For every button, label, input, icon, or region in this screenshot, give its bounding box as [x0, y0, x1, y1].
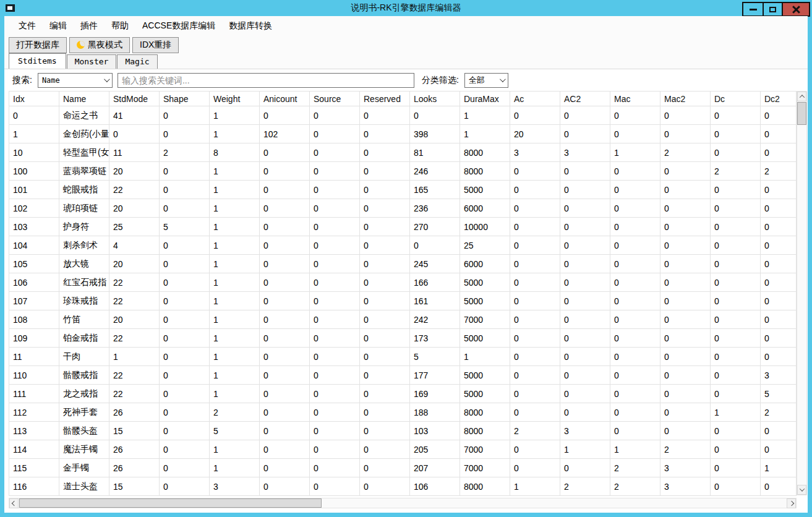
table-cell[interactable]: 0: [510, 236, 560, 255]
scroll-right-button[interactable]: [787, 498, 796, 508]
column-header-shape[interactable]: Shape: [160, 92, 210, 106]
table-cell[interactable]: 魔法手镯: [59, 440, 109, 459]
table-cell[interactable]: 3: [660, 477, 711, 496]
table-cell[interactable]: 道士头盔: [59, 477, 109, 496]
table-cell[interactable]: 红宝石戒指: [59, 273, 109, 292]
table-cell[interactable]: 0: [310, 181, 360, 199]
table-cell[interactable]: 1: [210, 199, 260, 218]
table-cell[interactable]: 20: [510, 125, 560, 143]
table-cell[interactable]: 0: [510, 162, 560, 181]
table-cell[interactable]: 0: [610, 125, 660, 143]
table-cell[interactable]: 0: [761, 181, 797, 199]
table-cell[interactable]: 0: [160, 125, 210, 143]
table-cell[interactable]: 0: [761, 477, 797, 496]
close-button[interactable]: [782, 3, 809, 15]
table-cell[interactable]: 0: [660, 162, 711, 181]
table-cell[interactable]: 1: [210, 218, 260, 236]
table-cell[interactable]: 26: [109, 459, 160, 477]
open-database-button[interactable]: 打开数据库: [9, 37, 67, 53]
table-cell[interactable]: 0: [711, 292, 761, 310]
table-cell[interactable]: 0: [410, 106, 460, 125]
table-cell[interactable]: 0: [711, 310, 761, 329]
table-cell[interactable]: 2: [610, 477, 660, 496]
maximize-button[interactable]: [763, 3, 782, 15]
table-cell[interactable]: 245: [410, 255, 460, 273]
table-cell[interactable]: 0: [310, 310, 360, 329]
table-cell[interactable]: 15: [109, 422, 160, 440]
table-cell[interactable]: 1: [210, 162, 260, 181]
table-cell[interactable]: 0: [660, 310, 711, 329]
table-cell[interactable]: 0: [510, 218, 560, 236]
table-cell[interactable]: 4: [109, 236, 160, 255]
table-cell[interactable]: 0: [310, 273, 360, 292]
table-cell[interactable]: 188: [410, 403, 460, 422]
table-cell[interactable]: 3: [660, 459, 711, 477]
table-cell[interactable]: 2: [761, 162, 797, 181]
table-cell[interactable]: 102: [260, 125, 310, 143]
table-cell[interactable]: 0: [610, 255, 660, 273]
table-cell[interactable]: 0: [360, 440, 410, 459]
horizontal-scrollbar[interactable]: [9, 498, 797, 508]
table-cell[interactable]: 蓝翡翠项链: [59, 162, 109, 181]
table-cell[interactable]: 1: [711, 403, 761, 422]
table-cell[interactable]: 0: [610, 273, 660, 292]
table-cell[interactable]: 0: [510, 273, 560, 292]
table-cell[interactable]: 0: [160, 106, 210, 125]
table-cell[interactable]: 5000: [460, 292, 510, 310]
table-cell[interactable]: 5000: [460, 385, 510, 403]
table-cell[interactable]: 0: [660, 218, 711, 236]
table-cell[interactable]: 蛇眼戒指: [59, 181, 109, 199]
table-cell[interactable]: 0: [510, 310, 560, 329]
table-cell[interactable]: 0: [711, 143, 761, 162]
column-header-duramax[interactable]: DuraMax: [460, 92, 510, 106]
table-cell[interactable]: 0: [510, 292, 560, 310]
table-cell[interactable]: 0: [260, 106, 310, 125]
column-header-dc2[interactable]: Dc2: [761, 92, 797, 106]
table-cell[interactable]: 0: [360, 199, 410, 218]
table-cell[interactable]: 0: [310, 255, 360, 273]
table-cell[interactable]: 0: [560, 236, 610, 255]
table-cell[interactable]: 0: [310, 162, 360, 181]
minimize-button[interactable]: [743, 3, 763, 15]
table-cell[interactable]: 20: [109, 310, 160, 329]
table-cell[interactable]: 3: [510, 143, 560, 162]
table-cell[interactable]: 1: [210, 459, 260, 477]
table-cell[interactable]: 0: [109, 125, 160, 143]
table-cell[interactable]: 0: [360, 348, 410, 366]
table-cell[interactable]: 2: [610, 459, 660, 477]
table-cell[interactable]: 0: [260, 181, 310, 199]
menu-edit[interactable]: 编辑: [43, 18, 73, 34]
column-header-reserved[interactable]: Reserved: [360, 92, 410, 106]
table-cell[interactable]: 0: [310, 440, 360, 459]
table-cell[interactable]: 1: [460, 348, 510, 366]
table-cell[interactable]: 1: [210, 348, 260, 366]
table-cell[interactable]: 0: [711, 440, 761, 459]
table-cell[interactable]: 0: [660, 181, 711, 199]
table-cell[interactable]: 0: [510, 348, 560, 366]
table-cell[interactable]: 0: [360, 310, 410, 329]
table-cell[interactable]: 22: [109, 366, 160, 385]
column-header-stdmode[interactable]: StdMode: [109, 92, 160, 106]
table-cell[interactable]: 0: [560, 310, 610, 329]
table-cell[interactable]: 0: [660, 273, 711, 292]
table-cell[interactable]: 0: [560, 329, 610, 348]
column-header-dc[interactable]: Dc: [711, 92, 761, 106]
table-cell[interactable]: 干肉: [59, 348, 109, 366]
table-cell[interactable]: 0: [310, 329, 360, 348]
table-cell[interactable]: 22: [109, 385, 160, 403]
table-cell[interactable]: 1: [460, 125, 510, 143]
tab-magic[interactable]: Magic: [117, 54, 157, 69]
table-cell[interactable]: 101: [9, 181, 59, 199]
scroll-left-button[interactable]: [9, 498, 19, 508]
table-cell[interactable]: 0: [610, 403, 660, 422]
table-cell[interactable]: 0: [610, 310, 660, 329]
table-cell[interactable]: 0: [660, 125, 711, 143]
table-cell[interactable]: 0: [510, 459, 560, 477]
vertical-scrollbar[interactable]: [797, 91, 807, 495]
table-cell[interactable]: 102: [9, 199, 59, 218]
table-cell[interactable]: 0: [160, 403, 210, 422]
table-cell[interactable]: 0: [260, 348, 310, 366]
table-cell[interactable]: 命运之书: [59, 106, 109, 125]
table-cell[interactable]: 0: [761, 255, 797, 273]
table-cell[interactable]: 0: [761, 236, 797, 255]
